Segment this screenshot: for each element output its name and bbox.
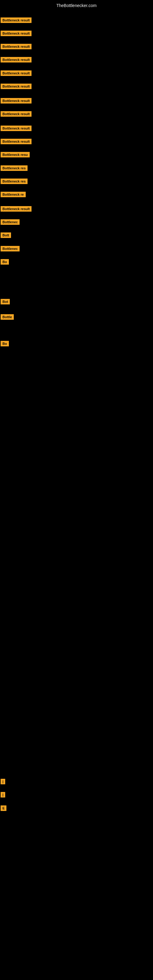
bottleneck-result-badge: Bottle bbox=[1, 314, 14, 320]
bottleneck-result-badge: Bottleneck res bbox=[1, 178, 27, 184]
bottleneck-result-badge: Bottleneck res bbox=[1, 165, 27, 171]
bottleneck-result-badge: Bo bbox=[1, 259, 9, 265]
bottleneck-result-badge: Bottleneck result bbox=[1, 139, 32, 144]
bottleneck-result-badge: Bottleneck result bbox=[1, 206, 32, 212]
bottleneck-result-badge: Bottleneck result bbox=[1, 84, 32, 89]
bottleneck-result-badge: Bottleneck re bbox=[1, 192, 26, 197]
bottleneck-result-badge: Bottleneck result bbox=[1, 111, 32, 117]
bottleneck-result-badge: Bo bbox=[1, 341, 9, 346]
bottleneck-result-badge: Bottleneck result bbox=[1, 70, 32, 76]
bottleneck-result-badge: Bottleneck result bbox=[1, 126, 32, 131]
bottleneck-result-badge: | bbox=[1, 779, 5, 784]
bottleneck-result-badge: | bbox=[1, 792, 5, 797]
bottleneck-result-badge: Bottleneck result bbox=[1, 18, 32, 23]
bottleneck-result-badge: Bottleneck result bbox=[1, 57, 32, 62]
bottleneck-result-badge: Bottlenec bbox=[1, 246, 19, 251]
bottleneck-result-badge: Bottleneck resu bbox=[1, 152, 30, 158]
bottleneck-result-badge: E bbox=[1, 805, 6, 811]
bottleneck-result-badge: Bottleneck result bbox=[1, 30, 32, 36]
bottleneck-result-badge: Bottlenec bbox=[1, 219, 19, 225]
bottleneck-result-badge: Bott bbox=[1, 232, 11, 238]
bottleneck-result-badge: Bot bbox=[1, 299, 10, 304]
bottleneck-result-badge: Bottleneck result bbox=[1, 44, 32, 49]
bottleneck-result-badge: Bottleneck result bbox=[1, 98, 32, 103]
